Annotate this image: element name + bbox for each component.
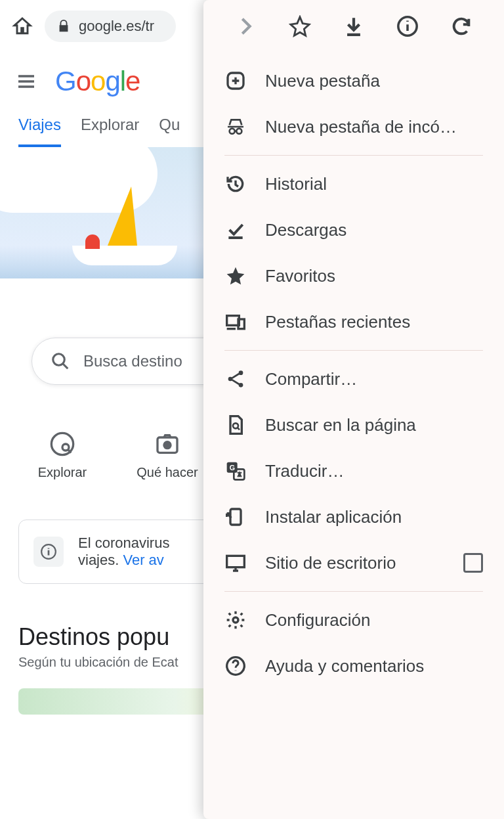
url-text: google.es/tr <box>79 18 154 35</box>
hamburger-icon[interactable] <box>16 71 37 92</box>
gear-icon <box>224 609 247 631</box>
tab-explorar[interactable]: Explorar <box>81 116 139 147</box>
info-icon <box>33 537 64 567</box>
desktop-icon <box>224 552 247 574</box>
menu-recent-tabs[interactable]: Pestañas recientes <box>203 299 504 345</box>
notice-link[interactable]: Ver av <box>123 552 163 568</box>
menu-settings[interactable]: Configuración <box>203 597 504 643</box>
svg-rect-19 <box>230 509 241 525</box>
forward-icon[interactable] <box>234 14 259 39</box>
svg-text:G: G <box>230 464 235 472</box>
menu-separator <box>224 155 483 156</box>
menu-separator <box>224 350 483 351</box>
browser-menu: Nueva pestaña Nueva pestaña de incó… His… <box>203 0 504 819</box>
menu-downloads[interactable]: Descargas <box>203 207 504 253</box>
svg-point-4 <box>163 441 171 449</box>
svg-point-21 <box>233 617 238 623</box>
address-bar[interactable]: google.es/tr <box>45 11 176 42</box>
lock-icon <box>56 19 71 33</box>
menu-new-tab[interactable]: Nueva pestaña <box>203 58 504 104</box>
menu-history[interactable]: Historial <box>203 161 504 207</box>
star-fill-icon <box>224 265 247 287</box>
svg-point-8 <box>230 129 235 134</box>
plus-box-icon <box>224 70 247 92</box>
desktop-checkbox[interactable] <box>463 553 483 573</box>
svg-point-15 <box>233 423 238 428</box>
home-icon[interactable] <box>12 16 33 37</box>
download-done-icon <box>224 219 247 241</box>
find-page-icon <box>224 414 247 436</box>
camera-icon <box>154 431 180 457</box>
help-icon <box>224 655 247 677</box>
tab-viajes[interactable]: Viajes <box>18 116 61 147</box>
notice-text: El coronavirus viajes. Ver av <box>78 535 169 569</box>
menu-bookmarks[interactable]: Favoritos <box>203 253 504 299</box>
share-icon <box>224 368 247 390</box>
shortcut-explorar[interactable]: Explorar <box>26 431 98 480</box>
reload-icon[interactable] <box>449 14 474 39</box>
menu-translate[interactable]: G Traducir… <box>203 448 504 494</box>
menu-install[interactable]: Instalar aplicación <box>203 494 504 540</box>
google-logo[interactable]: Google <box>55 66 140 97</box>
shortcut-que-hacer[interactable]: Qué hacer <box>131 431 203 480</box>
menu-toolbar <box>203 0 504 53</box>
menu-separator <box>224 591 483 592</box>
menu-help[interactable]: Ayuda y comentarios <box>203 643 504 689</box>
explore-icon <box>49 431 75 457</box>
star-icon[interactable] <box>287 14 312 39</box>
devices-icon <box>224 311 247 333</box>
menu-desktop-site[interactable]: Sitio de escritorio <box>203 540 504 586</box>
menu-find[interactable]: Buscar en la página <box>203 402 504 448</box>
menu-incognito[interactable]: Nueva pestaña de incó… <box>203 104 504 150</box>
tab-que[interactable]: Qu <box>159 116 180 147</box>
download-icon[interactable] <box>341 14 366 39</box>
incognito-icon <box>224 116 247 138</box>
menu-items: Nueva pestaña Nueva pestaña de incó… His… <box>203 53 504 819</box>
history-icon <box>224 173 247 195</box>
svg-rect-20 <box>227 556 245 567</box>
info-circle-icon[interactable] <box>395 14 420 39</box>
svg-rect-11 <box>238 319 244 329</box>
svg-point-0 <box>53 354 65 366</box>
search-icon <box>51 351 70 371</box>
install-icon <box>224 506 247 528</box>
svg-point-9 <box>236 129 242 134</box>
menu-share[interactable]: Compartir… <box>203 356 504 402</box>
translate-icon: G <box>224 460 247 482</box>
